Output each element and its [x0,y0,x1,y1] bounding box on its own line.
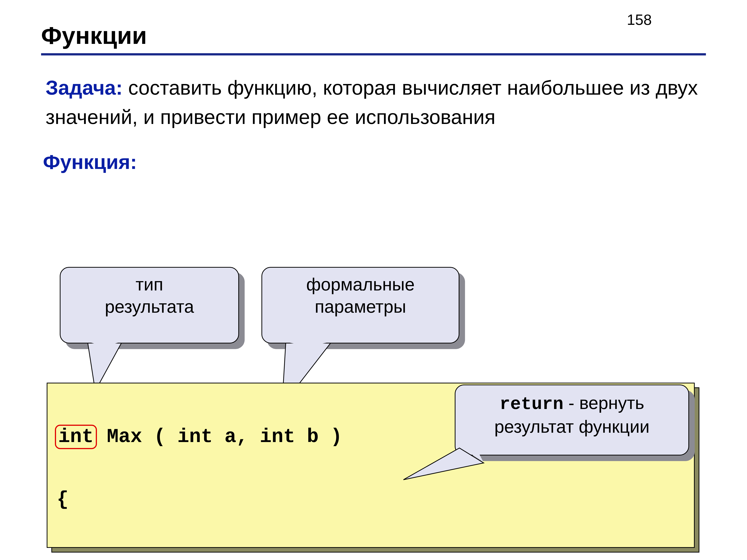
task-block: Задача: составить функцию, которая вычис… [41,73,706,132]
code-line-if: if ( a > b ) return a ; [57,547,685,548]
task-label: Задача: [46,76,123,99]
highlight-int: int [55,425,97,449]
callout-result-type: тип результата [60,267,239,344]
page-number: 158 [627,11,652,28]
callout-return: return - вернуть результат функции [455,384,689,455]
callout-formal-params: формальные параметры [261,267,459,344]
code-sig-rest: Max ( int a, int b ) [95,426,342,448]
code-line-brace-open: { [57,484,685,515]
task-text: составить функцию, которая вычисляет наи… [46,76,698,128]
callout-tail [403,444,489,482]
callout-return-code: return [499,394,563,415]
function-label: Функция: [41,150,706,174]
slide-title: Функции [41,22,706,55]
